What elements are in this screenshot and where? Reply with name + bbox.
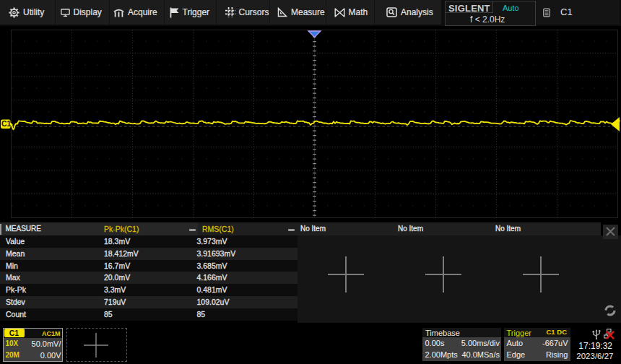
svg-text:C1: C1 [1,119,12,128]
